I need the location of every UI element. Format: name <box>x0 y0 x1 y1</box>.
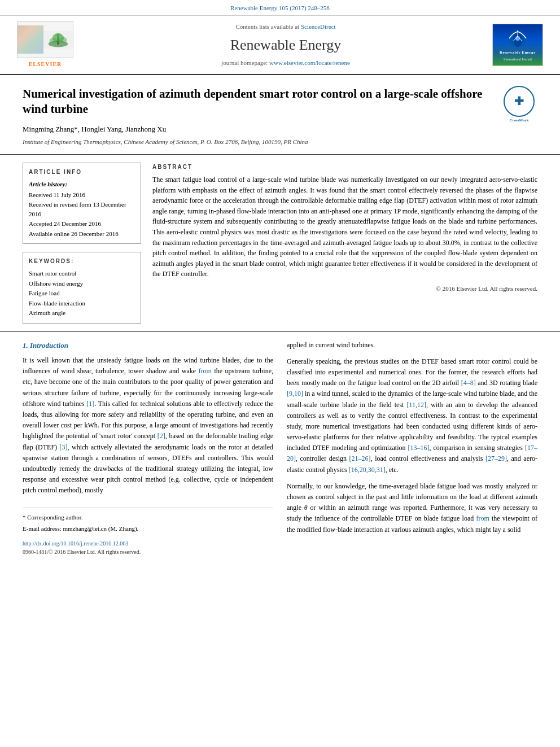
journal-title-area: Contents lists available at ScienceDirec… <box>79 22 492 67</box>
homepage-link[interactable]: www.elsevier.com/locate/renene <box>269 59 350 66</box>
section-1-heading: 1. Introduction <box>23 340 273 351</box>
abstract-section: ABSTRACT The smart fatigue load control … <box>152 163 537 293</box>
body-right-column: applied in current wind turbines. Genera… <box>287 340 537 556</box>
body-left-para1: It is well known that the unsteady fatig… <box>23 355 273 496</box>
ref-from-text: from <box>476 514 489 522</box>
article-left-column: ARTICLE INFO Article history: Received 1… <box>23 163 141 324</box>
abstract-column: ABSTRACT The smart fatigue load control … <box>152 163 537 324</box>
svg-point-10 <box>515 36 520 41</box>
ref-9-10[interactable]: [9,10] <box>287 390 303 397</box>
ref-21-26[interactable]: [21–26] <box>349 455 371 462</box>
top-bar: Renewable Energy 105 (2017) 248–256 <box>0 0 560 16</box>
article-info-box: ARTICLE INFO Article history: Received 1… <box>23 163 141 244</box>
footnote-email: E-mail address: mmzhang@iet.cn (M. Zhang… <box>23 524 273 534</box>
available-online-date: Available online 26 December 2016 <box>29 229 135 239</box>
crossmark-badge[interactable]: CrossMark <box>501 86 537 123</box>
page: Renewable Energy 105 (2017) 248–256 <box>0 0 560 747</box>
crossmark-label: CrossMark <box>504 118 535 123</box>
ref-16-30-31[interactable]: [16,20,30,31] <box>349 466 386 474</box>
abstract-title: ABSTRACT <box>152 163 537 171</box>
right-logo-title: Renewable Energy <box>500 50 536 56</box>
journal-homepage-text: journal homepage: www.elsevier.com/locat… <box>90 58 481 68</box>
body-left-column: 1. Introduction It is well known that th… <box>23 340 273 556</box>
sciencedirect-link[interactable]: ScienceDirect <box>301 23 336 30</box>
elsevier-logo-area: ELSEVIER <box>11 21 79 68</box>
footnote-section: * Corresponding author. E-mail address: … <box>23 508 273 556</box>
ref-3[interactable]: [3] <box>60 443 68 451</box>
elsevier-image <box>17 21 73 58</box>
crossmark-icon <box>504 86 535 117</box>
authors: Mingming Zhang*, Honglei Yang, Jianzhong… <box>23 124 537 135</box>
body-right-para3: Normally, to our knowledge, the time-ave… <box>287 481 537 535</box>
received-revised-date: Received in revised form 13 December 201… <box>29 200 135 219</box>
ref-from: from <box>199 367 212 375</box>
article-info-abstract: ARTICLE INFO Article history: Received 1… <box>0 155 560 331</box>
right-journal-logo: Renewable Energy International Journal <box>492 24 549 66</box>
elsevier-wordmark: ELSEVIER <box>29 60 62 68</box>
ref-13-16[interactable]: [13–16] <box>408 444 430 452</box>
keyword-5: Azimuth angle <box>29 308 135 318</box>
renewable-energy-logo-box: Renewable Energy International Journal <box>492 24 543 66</box>
article-title: Numerical investigation of azimuth depen… <box>23 86 537 117</box>
doi-line[interactable]: http://dx.doi.org/10.1016/j.renene.2016.… <box>23 539 273 548</box>
keyword-3: Fatigue load <box>29 289 135 298</box>
article-history-label: Article history: <box>29 180 135 189</box>
issn-line: 0960-1481/© 2016 Elsevier Ltd. All right… <box>23 548 273 556</box>
keyword-2: Offshore wind energy <box>29 279 135 289</box>
journal-header: ELSEVIER Contents lists available at Sci… <box>0 16 560 75</box>
accepted-date: Accepted 24 December 2016 <box>29 219 135 229</box>
footnote-corresponding: * Corresponding author. <box>23 513 273 522</box>
keyword-1: Smart rotor control <box>29 269 135 278</box>
keywords-title: Keywords: <box>29 257 135 265</box>
body-columns: 1. Introduction It is well known that th… <box>23 332 537 556</box>
keyword-4: Flow-blade interaction <box>29 299 135 308</box>
body-right-para1: applied in current wind turbines. <box>287 340 537 351</box>
ref-2[interactable]: [2] <box>158 432 165 440</box>
ref-27-29[interactable]: [27–29] <box>485 455 507 462</box>
journal-citation: Renewable Energy 105 (2017) 248–256 <box>230 5 330 11</box>
svg-point-4 <box>50 38 58 43</box>
svg-point-6 <box>55 33 62 38</box>
received-date: Received 11 July 2016 <box>29 190 135 200</box>
ref-1[interactable]: [1] <box>86 400 94 408</box>
svg-point-5 <box>59 37 67 42</box>
ref-11-12[interactable]: [11,12] <box>407 401 427 409</box>
abstract-text: The smart fatigue load control of a larg… <box>152 174 537 279</box>
article-title-section: Numerical investigation of azimuth depen… <box>0 75 560 155</box>
body-right-para2: Generally speaking, the previous studies… <box>287 356 537 475</box>
copyright-line: © 2016 Elsevier Ltd. All rights reserved… <box>152 284 537 294</box>
article-info-title: ARTICLE INFO <box>29 168 135 176</box>
main-body: 1. Introduction It is well known that th… <box>0 331 560 567</box>
affiliation: Institute of Engineering Thermophysics, … <box>23 137 537 147</box>
keywords-box: Keywords: Smart rotor control Offshore w… <box>23 252 141 324</box>
ref-4-8[interactable]: [4–8] <box>461 379 476 387</box>
journal-name: Renewable Energy <box>90 34 481 56</box>
contents-available-text: Contents lists available at ScienceDirec… <box>90 22 481 32</box>
right-logo-sub: International Journal <box>504 57 532 62</box>
